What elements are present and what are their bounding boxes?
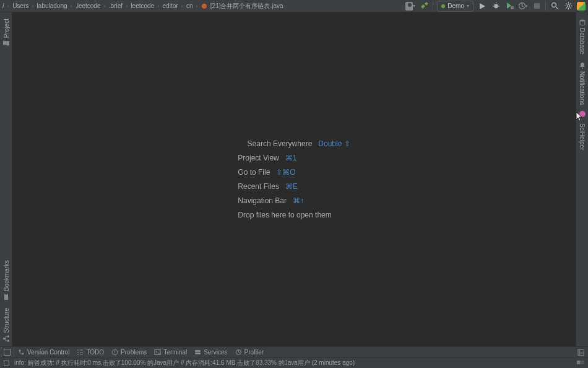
hide-tool-window-icon[interactable] (4, 349, 11, 356)
shortcut-row-project: Project View ⌘1 (238, 154, 350, 162)
tool-tab-structure[interactable]: Structure (2, 304, 10, 346)
svg-point-30 (115, 353, 115, 354)
shortcut-row-navbar: Navigation Bar ⌘↑ (238, 196, 350, 205)
tool-tab-label: Structure (2, 308, 9, 333)
mouse-cursor-icon (576, 112, 584, 121)
svg-line-5 (494, 4, 495, 5)
tool-window-toggle-icon[interactable] (4, 361, 9, 366)
tool-tab-label: TODO (86, 349, 104, 356)
svg-point-25 (582, 68, 583, 69)
svg-rect-32 (195, 350, 201, 352)
tool-tab-version-control[interactable]: Version Control (18, 349, 69, 356)
breadcrumb-file[interactable]: [21]合并两个有序链表.java (210, 2, 283, 11)
tool-tab-services[interactable]: Services (194, 349, 227, 356)
breadcrumb-item[interactable]: cn (186, 2, 193, 9)
svg-rect-23 (3, 338, 5, 340)
warning-icon (111, 349, 118, 356)
tool-tab-label: Notifications (579, 71, 586, 105)
settings-gear-icon[interactable] (563, 1, 573, 11)
shortcut-row-recent: Recent Files ⌘E (238, 182, 350, 191)
breadcrumb-item[interactable]: .leetcode (76, 2, 101, 9)
run-with-coverage-icon[interactable] (504, 1, 514, 11)
shortcut-label: Project View (238, 154, 279, 162)
debug-button[interactable] (491, 1, 501, 11)
svg-line-6 (497, 4, 498, 5)
svg-rect-39 (577, 361, 580, 364)
tool-tab-label: Version Control (27, 349, 69, 356)
top-bar: /› Users› labuladong› .leetcode› .brief›… (0, 0, 588, 12)
shortcut-key: ⇧⌘O (276, 168, 295, 177)
tool-tab-bookmarks[interactable]: Bookmarks (2, 256, 10, 304)
shortcut-key: ⌘1 (285, 154, 297, 162)
svg-point-26 (19, 350, 21, 352)
breadcrumb: /› Users› labuladong› .leetcode› .brief›… (2, 2, 283, 11)
build-hammer-icon[interactable] (419, 1, 429, 11)
breadcrumb-item[interactable]: Users (12, 2, 28, 9)
tool-tab-label: SciHelper (579, 123, 586, 150)
search-icon[interactable] (550, 1, 560, 11)
toolbar-separator (433, 2, 433, 11)
shortcut-row-drop: Drop files here to open them (238, 211, 350, 219)
run-button[interactable] (477, 1, 487, 11)
profiler-icon (235, 349, 242, 356)
breadcrumb-item[interactable]: / (2, 2, 4, 9)
svg-point-27 (22, 353, 24, 355)
stop-button[interactable] (532, 1, 542, 11)
bell-icon (579, 62, 586, 69)
toolbar-separator (545, 2, 546, 11)
svg-rect-33 (195, 353, 201, 354)
status-bar: info: 解答成功: // 执行耗时:0 ms,击败了100.00% 的Jav… (0, 358, 588, 368)
main-area: Project Bookmarks Structure Search Every… (0, 12, 588, 347)
layout-settings-icon[interactable] (577, 349, 584, 356)
run-config-selector[interactable]: Demo ▾ (437, 1, 473, 12)
todo-list-icon (77, 349, 84, 356)
svg-rect-35 (578, 349, 584, 355)
breadcrumb-item[interactable]: leetcode (131, 2, 154, 9)
structure-icon (2, 335, 10, 343)
memory-indicator-icon[interactable] (577, 359, 584, 367)
code-health-shield-icon[interactable] (577, 2, 586, 11)
vcs-icon (18, 349, 25, 356)
run-config-label: Demo (447, 2, 464, 9)
svg-line-19 (570, 3, 571, 4)
svg-rect-7 (511, 6, 514, 9)
breadcrumb-item[interactable]: .brief (109, 2, 123, 9)
user-icon[interactable]: ▾ (405, 1, 415, 11)
shortcut-row-gotofile: Go to File ⇧⌘O (238, 168, 350, 177)
bottom-tool-strip: Version Control TODO Problems Terminal S… (0, 347, 588, 358)
tool-tab-profiler[interactable]: Profiler (235, 349, 264, 356)
right-tool-strip: Database Notifications SciHelper (576, 12, 588, 346)
editor-empty[interactable]: Search Everywhere Double ⇧ Project View … (12, 12, 576, 346)
shortcut-label: Recent Files (238, 182, 279, 191)
shortcut-label: Navigation Bar (238, 196, 287, 205)
terminal-icon (154, 349, 161, 356)
profile-icon[interactable]: ▾ (518, 1, 528, 11)
tool-tab-project[interactable]: Project (2, 15, 10, 51)
svg-line-18 (570, 7, 571, 9)
breadcrumb-item[interactable]: labuladong (37, 2, 67, 9)
tool-tab-label: Profiler (244, 349, 264, 356)
tool-tab-todo[interactable]: TODO (77, 349, 104, 356)
tool-tab-notifications[interactable]: Notifications (579, 58, 586, 108)
drop-hint: Drop files here to open them (238, 211, 331, 219)
tool-tab-database[interactable]: Database (579, 15, 586, 58)
tool-tab-label: Problems (121, 349, 147, 356)
shortcut-key: ⌘E (285, 182, 298, 191)
svg-line-17 (566, 3, 567, 4)
tool-tab-label: Project (2, 19, 9, 38)
shortcut-label: Go to File (238, 168, 270, 177)
tool-tab-scihelper[interactable]: SciHelper (579, 120, 586, 154)
breadcrumb-item[interactable]: editor (163, 2, 178, 9)
svg-point-24 (580, 19, 585, 21)
status-message[interactable]: info: 解答成功: // 执行耗时:0 ms,击败了100.00% 的Jav… (14, 359, 572, 367)
svg-rect-9 (534, 3, 540, 9)
run-config-dot-icon (441, 4, 445, 8)
svg-point-1 (494, 4, 498, 8)
tool-tab-problems[interactable]: Problems (111, 349, 147, 356)
svg-point-10 (551, 3, 556, 7)
services-icon (194, 349, 201, 356)
tool-tab-terminal[interactable]: Terminal (154, 349, 187, 356)
left-tool-strip: Project Bookmarks Structure (0, 12, 12, 346)
shortcut-key: ⌘↑ (293, 196, 304, 205)
toolbar: ▾ Demo ▾ ▾ (405, 1, 586, 12)
